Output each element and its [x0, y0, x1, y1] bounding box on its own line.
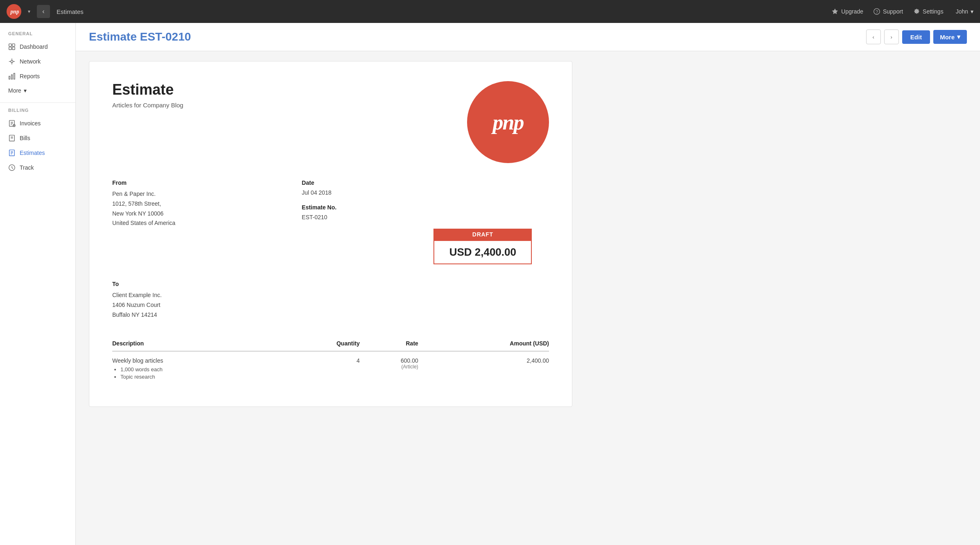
table-header: Description Quantity Rate Amount (USD) [112, 336, 549, 351]
sidebar-item-estimates[interactable]: Estimates [0, 145, 75, 160]
more-button-arrow: ▾ [957, 33, 960, 41]
status-amount-block: DRAFT USD 2,400.00 [433, 179, 549, 264]
from-address1: 1012, 578th Street, [112, 199, 286, 209]
date-label: Date [302, 179, 417, 186]
to-address1: 1406 Nuzum Court [112, 300, 549, 310]
nav-actions: Upgrade ? Support Settings John ▾ [831, 8, 973, 15]
document-wrapper: Estimate Articles for Company Blog pnp F… [76, 51, 980, 417]
more-button-label: More [940, 34, 955, 41]
top-navigation: pnp ▾ ‹ Estimates Upgrade ? Support Sett… [0, 0, 980, 23]
header-actions: ‹ › Edit More ▾ [866, 30, 967, 44]
upgrade-label: Upgrade [841, 8, 863, 15]
next-button[interactable]: › [884, 30, 899, 44]
company-logo-text: pnp [493, 110, 524, 134]
prev-button[interactable]: ‹ [866, 30, 881, 44]
draft-badge: DRAFT [433, 229, 532, 240]
items-table: Description Quantity Rate Amount (USD) W… [112, 336, 549, 387]
sidebar-divider [0, 102, 75, 103]
more-arrow: ▾ [24, 87, 27, 94]
col-rate: Rate [360, 336, 418, 351]
from-address2: New York NY 10006 [112, 209, 286, 219]
breadcrumb: Estimates [57, 8, 84, 15]
estimate-subtitle: Articles for Company Blog [112, 102, 183, 109]
estimates-label: Estimates [20, 150, 45, 156]
sidebar-item-dashboard[interactable]: Dashboard [0, 39, 75, 54]
page-title: Estimate EST-0210 [89, 30, 191, 43]
general-section-label: GENERAL [0, 31, 75, 39]
sidebar-item-reports[interactable]: Reports [0, 69, 75, 84]
date-block: Date Jul 04 2018 Estimate No. EST-0210 [302, 179, 417, 264]
svg-text:pnp: pnp [10, 9, 19, 15]
dashboard-label: Dashboard [20, 43, 48, 50]
from-details: Pen & Paper Inc. 1012, 578th Street, New… [112, 189, 286, 228]
back-button[interactable]: ‹ [37, 5, 50, 18]
support-action[interactable]: ? Support [873, 8, 903, 15]
from-block: From Pen & Paper Inc. 1012, 578th Street… [112, 179, 286, 264]
col-description: Description [112, 336, 282, 351]
svg-rect-13 [9, 76, 10, 79]
estimate-no-value: EST-0210 [302, 214, 417, 220]
sidebar-more-toggle[interactable]: More ▾ [0, 84, 75, 98]
edit-button[interactable]: Edit [902, 30, 930, 44]
logo-button[interactable]: pnp [7, 4, 21, 19]
address-date-section: From Pen & Paper Inc. 1012, 578th Street… [112, 179, 549, 264]
item-name: Weekly blog articles [112, 357, 163, 364]
billing-section-label: BILLING [0, 108, 75, 116]
sub-item-1: 1,000 words each [120, 366, 282, 372]
to-section: To Client Example Inc. 1406 Nuzum Court … [112, 281, 549, 320]
main-layout: GENERAL Dashboard Network Reports More ▾… [0, 23, 980, 545]
track-label: Track [20, 164, 34, 171]
content-area: Estimate EST-0210 ‹ › Edit More ▾ Estima… [76, 23, 980, 545]
bills-label: Bills [20, 135, 30, 141]
sidebar-item-track[interactable]: Track [0, 160, 75, 175]
company-logo: pnp [467, 81, 549, 163]
invoices-label: Invoices [20, 120, 41, 127]
sidebar-item-network[interactable]: Network [0, 54, 75, 69]
from-company: Pen & Paper Inc. [112, 189, 286, 199]
network-label: Network [20, 58, 41, 65]
row-quantity: 4 [282, 351, 360, 387]
svg-text:?: ? [876, 9, 878, 14]
estimate-heading: Estimate [112, 81, 183, 98]
settings-action[interactable]: Settings [913, 8, 944, 15]
table-body: Weekly blog articles 1,000 words each To… [112, 351, 549, 387]
row-amount: 2,400.00 [418, 351, 549, 387]
svg-rect-14 [11, 75, 13, 79]
support-label: Support [883, 8, 903, 15]
user-dropdown-arrow: ▾ [971, 8, 973, 15]
date-value: Jul 04 2018 [302, 189, 417, 196]
more-label: More [8, 87, 21, 94]
settings-label: Settings [923, 8, 944, 15]
to-company: Client Example Inc. [112, 291, 549, 300]
svg-rect-5 [12, 44, 15, 46]
user-name: John [956, 8, 968, 15]
upgrade-action[interactable]: Upgrade [831, 8, 863, 15]
more-button[interactable]: More ▾ [933, 30, 967, 44]
estimate-top: Estimate Articles for Company Blog pnp [112, 81, 549, 163]
row-rate: 600.00 (Article) [360, 351, 418, 387]
rate-value: 600.00 [360, 357, 418, 364]
user-menu[interactable]: John ▾ [953, 8, 973, 15]
table-row: Weekly blog articles 1,000 words each To… [112, 351, 549, 387]
from-country: United States of America [112, 218, 286, 228]
col-quantity: Quantity [282, 336, 360, 351]
amount-box: USD 2,400.00 [433, 240, 532, 264]
logo-dropdown-arrow[interactable]: ▾ [28, 9, 30, 14]
page-header: Estimate EST-0210 ‹ › Edit More ▾ [76, 23, 980, 51]
to-address2: Buffalo NY 14214 [112, 310, 549, 320]
estimate-no-label: Estimate No. [302, 204, 417, 211]
svg-rect-6 [9, 47, 11, 50]
svg-rect-7 [12, 47, 15, 50]
from-label: From [112, 179, 286, 186]
svg-rect-15 [14, 73, 15, 79]
item-sub-list: 1,000 words each Topic research [112, 366, 282, 380]
estimate-document: Estimate Articles for Company Blog pnp F… [89, 61, 572, 407]
sidebar-item-bills[interactable]: Bills [0, 131, 75, 145]
sub-item-2: Topic research [120, 374, 282, 380]
svg-rect-4 [9, 44, 11, 46]
to-label: To [112, 281, 549, 287]
svg-point-8 [11, 60, 13, 62]
row-description: Weekly blog articles 1,000 words each To… [112, 351, 282, 387]
to-details: Client Example Inc. 1406 Nuzum Court Buf… [112, 291, 549, 320]
sidebar-item-invoices[interactable]: Invoices [0, 116, 75, 131]
